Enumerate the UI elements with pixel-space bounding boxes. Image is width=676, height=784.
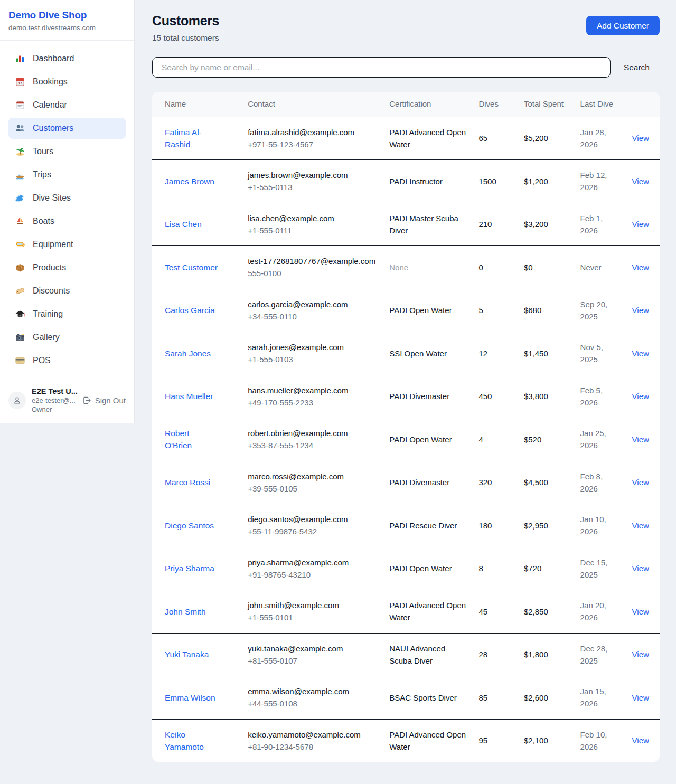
cell-name: Carlos Garcia (152, 289, 241, 332)
sidebar-item-discounts[interactable]: Discounts (8, 280, 126, 301)
view-link[interactable]: View (632, 693, 649, 702)
sidebar-item-products[interactable]: Products (8, 257, 126, 278)
customer-name-link[interactable]: Diego Santos (165, 519, 214, 532)
cell-last-dive: Jan 28, 2026 (574, 117, 626, 160)
sidebar-item-dive-sites[interactable]: Dive Sites (8, 187, 126, 209)
customer-name-link[interactable]: Keiko Yamamoto (165, 729, 219, 753)
sidebar-item-label: Dashboard (33, 54, 74, 63)
customer-name-link[interactable]: Emma Wilson (165, 692, 215, 704)
customer-email: diego.santos@example.com (248, 513, 377, 525)
customer-phone: +971-55-123-4567 (248, 138, 377, 150)
customer-phone: +1-555-0103 (248, 353, 377, 365)
cell-certification: PADI Open Water (383, 418, 472, 461)
cell-contact: test-1772681807767@example.com555-0100 (241, 246, 383, 289)
cell-contact: carlos.garcia@example.com+34-555-0110 (241, 289, 383, 332)
page-title: Customers (152, 13, 219, 29)
column-header-last-dive: Last Dive (574, 92, 626, 117)
customer-name-link[interactable]: Fatima Al-Rashid (165, 126, 219, 151)
sidebar-item-label: Discounts (33, 286, 70, 296)
view-link[interactable]: View (632, 478, 649, 487)
column-header-contact: Contact (241, 92, 383, 117)
sidebar-item-customers[interactable]: Customers (8, 118, 126, 139)
view-link[interactable]: View (632, 349, 649, 358)
cell-contact: marco.rossi@example.com+39-555-0105 (241, 461, 383, 504)
customer-name-link[interactable]: James Brown (165, 175, 214, 187)
column-header-total-spent: Total Spent (518, 92, 574, 117)
customer-email: sarah.jones@example.com (248, 341, 377, 353)
customer-name-link[interactable]: Marco Rossi (165, 476, 210, 488)
cell-total-spent: $2,600 (518, 676, 574, 720)
cell-last-dive: Feb 10, 2026 (574, 719, 626, 762)
customer-name-link[interactable]: Yuki Tanaka (165, 648, 209, 660)
sidebar-item-gallery[interactable]: Gallery (8, 327, 126, 348)
sidebar-item-equipment[interactable]: Equipment (8, 234, 126, 255)
cell-actions: View (626, 676, 660, 720)
cell-dives: 28 (472, 633, 518, 676)
sidebar-item-label: Boats (33, 216, 54, 226)
customers-table-card: NameContactCertificationDivesTotal Spent… (152, 92, 660, 762)
bar-chart-icon (15, 53, 25, 64)
search-row: Search (152, 57, 660, 78)
shop-domain: demo.test.divestreams.com (8, 24, 126, 32)
cell-last-dive: Feb 1, 2026 (574, 203, 626, 246)
cell-total-spent: $0 (518, 246, 574, 289)
user-name: E2E Test U... (32, 387, 77, 395)
customer-email: robert.obrien@example.com (248, 427, 377, 439)
customer-name-link[interactable]: Sarah Jones (165, 347, 211, 360)
customer-phone: +81-555-0107 (248, 655, 377, 667)
view-link[interactable]: View (632, 435, 649, 444)
sidebar-nav: Dashboard17BookingsCalendarCustomersTour… (0, 41, 134, 379)
view-link[interactable]: View (632, 134, 649, 143)
customer-name-link[interactable]: Robert O'Brien (165, 427, 219, 452)
cell-last-dive: Sep 20, 2025 (574, 289, 626, 332)
app-root: Demo Dive Shop demo.test.divestreams.com… (0, 0, 676, 784)
table-row: Fatima Al-Rashidfatima.alrashid@example.… (152, 117, 660, 160)
table-row: Hans Muellerhans.mueller@example.com+49-… (152, 375, 660, 418)
customer-email: hans.mueller@example.com (248, 384, 377, 396)
cell-actions: View (626, 160, 660, 203)
table-row: Keiko Yamamotokeiko.yamamoto@example.com… (152, 719, 660, 762)
sign-out-button[interactable]: Sign Out (82, 396, 126, 405)
customer-name-link[interactable]: John Smith (165, 606, 206, 618)
view-link[interactable]: View (632, 650, 649, 659)
cell-total-spent: $2,950 (518, 504, 574, 547)
search-input[interactable] (152, 57, 611, 78)
customer-name-link[interactable]: Priya Sharma (165, 562, 214, 574)
sidebar-item-bookings[interactable]: 17Bookings (8, 71, 126, 92)
view-link[interactable]: View (632, 306, 649, 315)
calendar-pad-icon (15, 100, 25, 110)
customer-name-link[interactable]: Test Customer (165, 261, 218, 273)
view-link[interactable]: View (632, 220, 649, 229)
sidebar: Demo Dive Shop demo.test.divestreams.com… (0, 0, 135, 423)
view-link[interactable]: View (632, 607, 649, 616)
cell-last-dive: Feb 5, 2026 (574, 375, 626, 418)
cell-name: Marco Rossi (152, 461, 241, 504)
sidebar-item-training[interactable]: Training (8, 304, 126, 325)
view-link[interactable]: View (632, 521, 649, 530)
view-link[interactable]: View (632, 736, 649, 745)
cell-last-dive: Feb 8, 2026 (574, 461, 626, 504)
sidebar-item-tours[interactable]: Tours (8, 141, 126, 162)
customer-name-link[interactable]: Hans Mueller (165, 390, 213, 402)
view-link[interactable]: View (632, 564, 649, 573)
cell-dives: 1500 (472, 160, 518, 203)
add-customer-button[interactable]: Add Customer (586, 16, 660, 35)
cell-contact: fatima.alrashid@example.com+971-55-123-4… (241, 117, 383, 160)
cell-certification: PADI Advanced Open Water (383, 590, 472, 634)
customer-email: keiko.yamamoto@example.com (248, 729, 377, 741)
view-link[interactable]: View (632, 177, 649, 186)
cell-name: Priya Sharma (152, 547, 241, 590)
view-link[interactable]: View (632, 392, 649, 401)
sidebar-item-label: Training (33, 309, 63, 319)
customer-name-link[interactable]: Lisa Chen (165, 218, 202, 230)
view-link[interactable]: View (632, 263, 649, 272)
sidebar-item-trips[interactable]: Trips (8, 164, 126, 185)
sidebar-item-boats[interactable]: Boats (8, 211, 126, 232)
customer-count: 15 total customers (152, 33, 219, 43)
sidebar-item-dashboard[interactable]: Dashboard (8, 48, 126, 69)
sidebar-item-pos[interactable]: POS (8, 350, 126, 371)
cell-certification: None (383, 246, 472, 289)
search-button[interactable]: Search (624, 63, 650, 72)
customer-name-link[interactable]: Carlos Garcia (165, 304, 215, 316)
sidebar-item-calendar[interactable]: Calendar (8, 95, 126, 116)
